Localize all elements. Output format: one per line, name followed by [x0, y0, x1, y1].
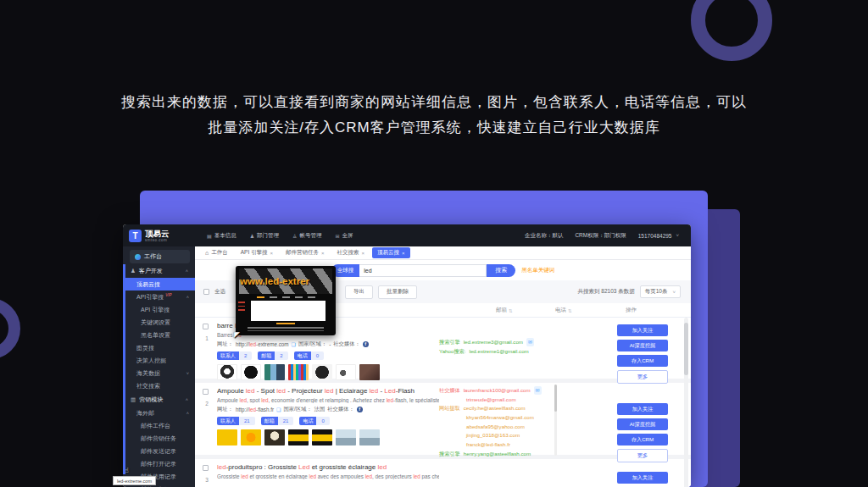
topnav-item-department[interactable]: ♟部门管理 — [250, 232, 279, 240]
email-address[interactable]: cecily.he@asteelflash.com — [464, 404, 526, 413]
email-entry: 搜索引擎henry.yang@asteelflash.com — [439, 450, 581, 459]
site-url[interactable]: http://led-extreme.com — [236, 341, 289, 347]
tab-bar: ⌂工作台 API 引擎搜× 邮件营销任务× 社交搜索× 顶易云搜× — [195, 246, 691, 260]
result-title[interactable]: Ampoule led - Spot led - Projecteur led … — [217, 387, 439, 395]
sidebar-item-social-search[interactable]: 社交搜索 — [123, 379, 195, 392]
tab-social-search[interactable]: 社交搜索× — [332, 247, 370, 258]
row-number: 2 — [203, 401, 211, 407]
copy-icon[interactable]: ❏ — [276, 407, 281, 412]
sidebar-item-customs-data[interactable]: 海关数据˅ — [123, 367, 195, 379]
facebook-icon[interactable]: f — [363, 341, 369, 347]
topnav-item-account[interactable]: ♙帐号管理 — [292, 232, 321, 240]
product-image[interactable] — [288, 364, 309, 380]
close-icon[interactable]: × — [402, 251, 405, 256]
product-image[interactable] — [241, 364, 261, 380]
sidebar-item-dingyi-cloud-search[interactable]: 顶易云搜 — [123, 278, 195, 291]
site-url[interactable]: http://led-flash.fr — [236, 407, 274, 412]
sidebar-item-mail-open-log[interactable]: 邮件打开记录 — [123, 457, 195, 470]
sidebar-item-api-engine-search[interactable]: API 引擎搜 — [123, 303, 195, 316]
search-input[interactable] — [359, 264, 487, 277]
product-image[interactable] — [217, 364, 237, 380]
close-icon[interactable]: × — [270, 251, 274, 256]
export-button[interactable]: 导出 — [345, 285, 373, 299]
sidebar-item-map-search[interactable]: 图灵搜 — [123, 341, 195, 354]
sidebar-item-overseas-mail[interactable]: 海外邮˄ — [123, 407, 195, 419]
email-address[interactable]: khyan564marwa@gmail.com — [466, 413, 534, 423]
sidebar-item-mail-workbench[interactable]: 邮件工作台 — [123, 419, 195, 432]
sidebar-item-mail-campaign[interactable]: 邮件营销任务 — [123, 432, 195, 445]
batch-delete-button[interactable]: 批量删除 — [378, 285, 417, 299]
row-checkbox[interactable] — [203, 465, 209, 471]
add-follow-button[interactable]: 加入关注 — [617, 324, 668, 336]
website-preview-popup[interactable]: www.led-extrer — [236, 266, 336, 335]
ai-mining-button[interactable]: AI深度挖掘 — [617, 340, 668, 351]
result-title[interactable]: led-produitspro : Grossiste Led et gross… — [217, 463, 439, 471]
email-address[interactable]: franck@led-flash.fr — [466, 440, 510, 450]
email-address[interactable]: henry.yang@asteelflash.com — [464, 450, 531, 459]
logo-name: 顶易云 — [145, 230, 170, 238]
close-icon[interactable]: × — [321, 251, 325, 256]
sidebar-item-keyword-settings[interactable]: 关键词设置 — [123, 316, 195, 329]
email-list-scrollbar[interactable] — [554, 385, 557, 456]
product-image[interactable] — [359, 364, 380, 380]
email-address[interactable]: led.extreme1@gmail.com — [470, 347, 529, 357]
tab-mail-campaign[interactable]: 邮件营销任务× — [281, 247, 330, 258]
save-to-crm-button[interactable]: 存入CRM — [617, 434, 668, 445]
email-address[interactable]: led.extreme3@gmail.com — [464, 338, 523, 347]
add-follow-button[interactable]: 加入关注 — [617, 472, 668, 484]
mail-icon[interactable]: ✉ — [534, 386, 542, 395]
row-checkbox[interactable] — [203, 389, 209, 395]
email-address[interactable]: jinjing_0318@163.com — [466, 431, 520, 440]
email-address[interactable]: trimeude@gmail.com — [466, 396, 516, 405]
sidebar-group-marketing[interactable]: ▥ 营销模块 ˄ — [123, 392, 195, 407]
product-image[interactable] — [312, 429, 332, 445]
product-image[interactable] — [336, 429, 356, 445]
sidebar-group-customer-dev[interactable]: ♟ 客户开发 ˄ — [123, 263, 195, 278]
product-image[interactable] — [241, 429, 261, 445]
blacklist-keywords-link[interactable]: 黑名单关键词 — [521, 267, 554, 274]
sort-icon[interactable]: ⇅ — [568, 308, 572, 313]
sidebar-scrollbar[interactable] — [123, 264, 125, 474]
tab-workbench[interactable]: ⌂工作台 — [200, 247, 233, 258]
logo[interactable]: T 顶易云 smtso.com — [123, 230, 195, 242]
more-button[interactable]: 更多 — [617, 370, 668, 384]
sidebar-item-blacklist-settings[interactable]: 黑名单设置 — [123, 329, 195, 341]
topnav-item-fullscreen[interactable]: ⊞全屏 — [335, 232, 353, 240]
sidebar-item-decision-maker[interactable]: 决策人挖掘 — [123, 354, 195, 367]
select-all-checkbox[interactable] — [203, 289, 209, 295]
sort-icon[interactable]: ⇅ — [509, 308, 513, 313]
page-size-select[interactable]: 每页10条˅ — [640, 285, 681, 298]
save-to-crm-button[interactable]: 存入CRM — [617, 355, 668, 367]
search-button[interactable]: 搜索 — [487, 264, 515, 277]
product-image[interactable] — [312, 364, 332, 380]
email-address[interactable]: abedsafa95@yahoo.com — [466, 423, 525, 432]
mail-icon[interactable]: ✉ — [526, 338, 534, 346]
facebook-icon[interactable]: f — [357, 407, 363, 412]
ai-mining-button[interactable]: AI深度挖掘 — [617, 418, 668, 430]
site-line: 网址：http://led-extreme.com ❏ 国家/区域：- 社交媒体… — [217, 340, 439, 348]
column-header-phone[interactable]: 电话⇅ — [555, 307, 572, 314]
product-image[interactable] — [264, 364, 285, 380]
product-image[interactable] — [217, 429, 237, 445]
main-scrollbar[interactable] — [684, 318, 688, 487]
tab-api-engine[interactable]: API 引擎搜× — [236, 247, 278, 258]
topnav-item-basic-info[interactable]: ▤基本信息 — [207, 232, 236, 240]
sidebar-item-workbench[interactable]: 工作台 — [130, 250, 190, 263]
copy-icon[interactable]: ❏ — [292, 341, 296, 347]
sidebar-item-label: 邮件打开记录 — [141, 460, 176, 468]
add-follow-button[interactable]: 加入关注 — [617, 403, 668, 415]
tab-dingyi-cloud-search[interactable]: 顶易云搜× — [372, 247, 410, 258]
product-thumbnails — [217, 429, 439, 445]
product-image[interactable] — [359, 429, 380, 445]
sidebar-item-mail-send-log[interactable]: 邮件发送记录 — [123, 445, 195, 457]
product-image[interactable] — [288, 429, 309, 445]
sidebar-item-api-engine[interactable]: API引擎搜VIP˄ — [123, 291, 195, 303]
product-image[interactable] — [264, 429, 285, 445]
account-menu[interactable]: 15170484295˅ — [638, 233, 679, 239]
column-header-email[interactable]: 邮箱⇅ — [496, 307, 513, 314]
preview-side-menu — [238, 302, 245, 311]
product-image[interactable] — [336, 364, 356, 380]
close-icon[interactable]: × — [362, 251, 365, 256]
email-address[interactable]: laurenfranck100@gmail.com — [464, 386, 531, 396]
row-checkbox[interactable] — [203, 324, 209, 329]
